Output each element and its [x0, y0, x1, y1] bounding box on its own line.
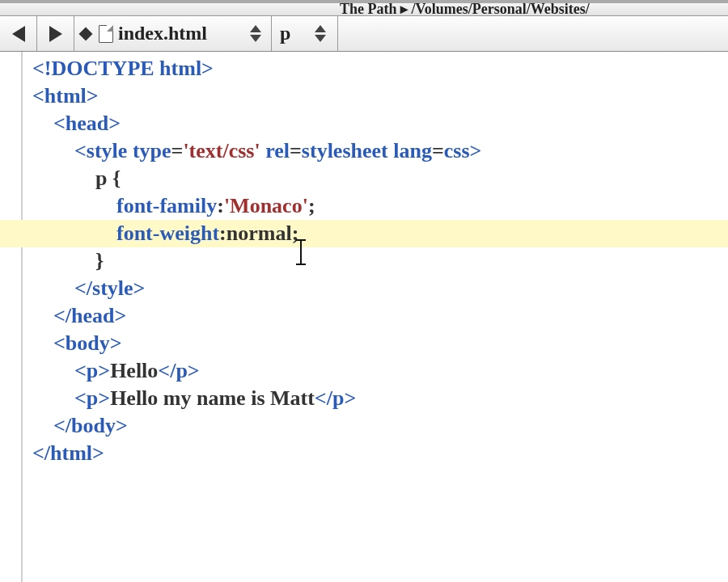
code-token: >	[108, 112, 121, 135]
navigation-bar: index.html p	[0, 16, 728, 52]
code-token: </	[315, 386, 332, 410]
path-bar: The Path ▸ /Volumes/Personal/Websites/	[0, 3, 728, 16]
code-token: >	[98, 359, 110, 382]
code-line[interactable]: font-weight:normal;	[0, 220, 728, 247]
code-token: <	[74, 359, 87, 382]
document-icon	[99, 25, 113, 43]
symbol-label: p	[280, 23, 315, 44]
code-line[interactable]: </body>	[0, 412, 728, 440]
code-token: >	[92, 441, 104, 465]
code-token: =	[171, 139, 184, 162]
code-token: <	[53, 331, 66, 355]
code-token: >	[344, 386, 356, 410]
code-token: normal	[226, 221, 292, 245]
code-line[interactable]: <!DOCTYPE html>	[0, 55, 728, 82]
code-token: css	[444, 139, 470, 162]
code-token: style	[87, 139, 128, 162]
code-token: 'Monaco'	[224, 194, 308, 217]
nav-back-button[interactable]	[0, 16, 37, 51]
code-token: html	[50, 441, 92, 465]
code-token: }	[95, 249, 104, 272]
code-token: style	[92, 276, 133, 300]
code-token: =	[290, 139, 302, 162]
code-token: <	[53, 112, 66, 135]
code-token: font-family	[116, 194, 217, 217]
code-token: 'text/css'	[183, 139, 260, 162]
code-line[interactable]: <head>	[0, 110, 728, 137]
code-token: </	[32, 441, 50, 465]
code-token: DOCTYPE html	[51, 57, 201, 80]
code-token: <	[74, 386, 87, 410]
code-line[interactable]: }	[0, 247, 728, 275]
file-name-label: index.html	[118, 23, 245, 44]
code-token: >	[115, 304, 127, 327]
nav-forward-button[interactable]	[37, 16, 74, 51]
code-token: font-weight	[116, 221, 219, 245]
code-token: >	[98, 386, 110, 410]
code-token: ;	[292, 221, 299, 245]
code-editor[interactable]: <!DOCTYPE html><html> <head> <style type…	[0, 52, 728, 582]
code-token: ;	[308, 194, 315, 217]
code-token: body	[71, 414, 116, 437]
code-token: </	[74, 276, 92, 300]
code-token: >	[133, 276, 146, 300]
code-token: p	[332, 386, 344, 410]
code-line[interactable]: p {	[0, 165, 728, 192]
stepper-icon	[315, 25, 329, 42]
code-line[interactable]: font-family:'Monaco';	[0, 192, 728, 220]
code-token: <!	[32, 57, 51, 80]
path-text: The Path ▸ /Volumes/Personal/Websites/	[340, 3, 590, 16]
code-token: :	[217, 194, 224, 217]
code-token: body	[66, 331, 110, 355]
symbol-dropdown[interactable]: p	[272, 16, 338, 51]
code-line[interactable]: <html>	[0, 82, 728, 110]
code-line[interactable]: <p>Hello</p>	[0, 357, 728, 385]
code-token: >	[110, 331, 122, 355]
code-token: Hello	[110, 359, 158, 382]
code-line[interactable]: </style>	[0, 275, 728, 302]
code-token: <	[74, 139, 87, 162]
chevron-left-icon	[12, 26, 25, 42]
code-token: Hello my name is Matt	[110, 386, 315, 410]
diamond-icon	[79, 27, 93, 40]
code-token: <	[32, 84, 44, 108]
code-token: type	[133, 139, 171, 162]
code-line[interactable]: <p>Hello my name is Matt</p>	[0, 385, 728, 412]
code-token: >	[116, 414, 128, 437]
code-token: </	[158, 359, 176, 382]
code-token: p	[87, 359, 98, 382]
code-line[interactable]: </head>	[0, 302, 728, 330]
code-token: stylesheet	[302, 139, 388, 162]
chevron-right-icon	[49, 26, 62, 42]
code-token: :	[219, 221, 226, 245]
code-line[interactable]: </html>	[0, 440, 728, 467]
code-token: head	[71, 304, 114, 327]
code-token: lang	[393, 139, 432, 162]
code-token: rel	[265, 139, 290, 162]
code-token: html	[44, 84, 87, 108]
code-token: >	[470, 139, 482, 162]
code-token: =	[432, 139, 444, 162]
code-token: >	[201, 57, 214, 80]
code-token: p	[176, 359, 187, 382]
stepper-icon	[250, 25, 265, 42]
code-token: </	[53, 304, 71, 327]
code-token: head	[66, 112, 108, 135]
code-line[interactable]: <style type='text/css' rel=stylesheet la…	[0, 137, 728, 165]
code-token: </	[53, 414, 71, 437]
code-token: p {	[95, 167, 121, 190]
code-token: >	[188, 359, 200, 382]
file-dropdown[interactable]: index.html	[74, 16, 272, 51]
code-token: p	[87, 386, 98, 410]
code-token: >	[87, 84, 99, 108]
code-line[interactable]: <body>	[0, 330, 728, 357]
